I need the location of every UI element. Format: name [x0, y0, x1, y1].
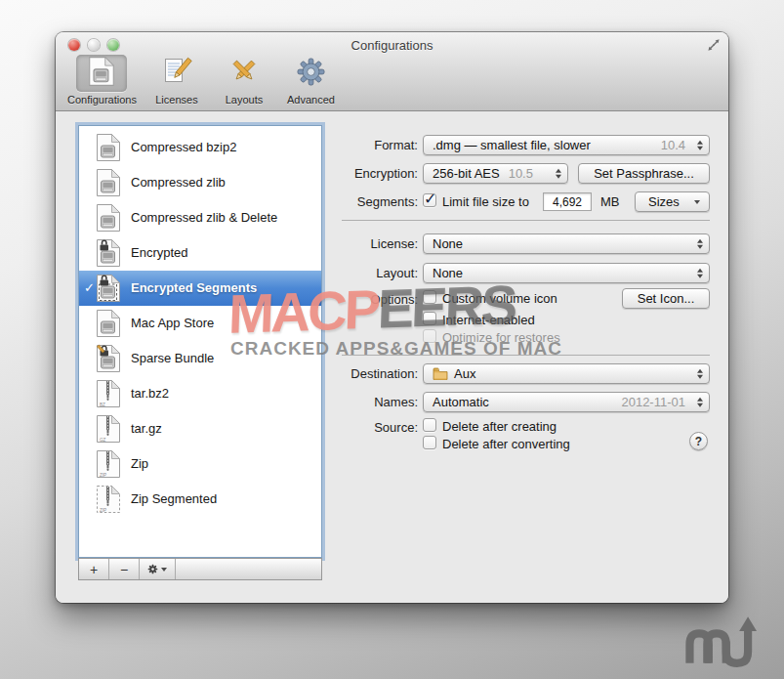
format-label: Format:: [290, 138, 418, 152]
destination-label: Destination:: [290, 366, 418, 381]
source-label-delete-after-converting: Delete after converting: [442, 437, 570, 451]
license-value: None: [433, 236, 463, 251]
limit-file-size-label: Limit file size to: [442, 194, 529, 209]
zoom-button[interactable]: [107, 39, 119, 51]
separator: [342, 220, 710, 221]
options-checkbox-custom-volume-icon[interactable]: [423, 290, 436, 304]
names-popup[interactable]: Automatic 2012-11-01: [423, 392, 710, 412]
source-checkbox-delete-after-converting[interactable]: [423, 436, 436, 449]
names-value: Automatic: [433, 395, 489, 409]
encryption-version: 10.5: [509, 166, 533, 181]
sizes-menu-button[interactable]: Sizes: [635, 191, 710, 212]
layout-popup[interactable]: None: [423, 263, 710, 283]
chevron-down-icon: [694, 200, 700, 204]
destination-popup[interactable]: Aux: [423, 363, 710, 384]
segment-size-input[interactable]: [543, 192, 592, 211]
titlebar[interactable]: Configurations: [56, 32, 728, 54]
traffic-lights: [68, 39, 119, 51]
close-button[interactable]: [68, 39, 80, 51]
limit-file-size-checkbox[interactable]: [423, 193, 436, 207]
licenses-paper-pencil-icon: [161, 56, 192, 91]
layout-value: None: [433, 266, 463, 280]
separator: [342, 355, 710, 356]
settings-form: Format: .dmg — smallest file, slower 10.…: [56, 112, 728, 603]
destination-value: Aux: [454, 366, 475, 381]
window-title: Configurations: [56, 32, 728, 53]
options-label-custom-volume-icon: Custom volume icon: [442, 291, 557, 306]
set-passphrase-button[interactable]: Set Passphrase...: [578, 163, 710, 184]
options-checkbox-optimize-for-restores: [423, 329, 436, 343]
configurations-doc-icon: [88, 56, 115, 91]
segment-unit-label: MB: [600, 194, 620, 209]
toolbar-item-licenses[interactable]: Licenses: [149, 55, 204, 106]
encryption-popup[interactable]: 256-bit AES 10.5: [423, 163, 568, 184]
popup-stepper-icon: [556, 168, 561, 179]
toolbar: Configurations Licenses Layouts: [67, 55, 338, 106]
popup-stepper-icon: [697, 238, 703, 249]
minimize-button[interactable]: [88, 39, 100, 51]
layouts-crossed-pencils-icon: [228, 56, 260, 91]
source-label-delete-after-creating: Delete after creating: [442, 419, 557, 434]
set-icon-button[interactable]: Set Icon...: [622, 288, 710, 309]
popup-stepper-icon: [697, 140, 703, 150]
options-checkbox-internet-enabled[interactable]: [423, 312, 436, 325]
options-label: Options:: [290, 292, 418, 307]
names-date: 2012-11-01: [621, 395, 685, 409]
segments-label: Segments:: [290, 194, 418, 209]
folder-icon: [433, 367, 448, 380]
format-version: 10.4: [661, 138, 685, 152]
names-label: Names:: [290, 395, 418, 409]
format-value: .dmg — smallest file, slower: [433, 138, 591, 152]
encryption-label: Encryption:: [290, 166, 418, 181]
toolbar-item-advanced[interactable]: Advanced: [284, 55, 338, 106]
layout-label: Layout:: [290, 266, 418, 280]
window-content: Compressed bzip2 Compressed zlib Compres…: [56, 112, 728, 603]
source-checkbox-delete-after-creating[interactable]: [423, 418, 436, 432]
fullscreen-icon[interactable]: [706, 37, 722, 53]
toolbar-item-configurations[interactable]: Configurations: [67, 55, 137, 106]
encryption-value: 256-bit AES: [433, 166, 500, 181]
window-header: Configurations Configurations: [56, 32, 728, 111]
source-label: Source:: [290, 420, 418, 435]
popup-stepper-icon: [697, 268, 703, 278]
popup-stepper-icon: [697, 368, 703, 379]
configurations-window: Configurations Configurations: [56, 32, 728, 603]
toolbar-item-layouts[interactable]: Layouts: [217, 55, 271, 106]
popup-stepper-icon: [697, 397, 703, 407]
help-button[interactable]: ?: [689, 432, 708, 450]
format-popup[interactable]: .dmg — smallest file, slower 10.4: [423, 135, 710, 155]
options-label-optimize-for-restores: Optimize for restores: [442, 330, 560, 345]
license-popup[interactable]: None: [423, 233, 710, 254]
desktop-background: { "colors": { "selection_blue": "#3a78cc…: [0, 0, 784, 679]
license-label: License:: [290, 236, 418, 251]
options-label-internet-enabled: Internet-enabled: [442, 313, 535, 327]
macupdate-logo-icon: [682, 613, 763, 671]
advanced-gear-icon: [296, 57, 326, 91]
